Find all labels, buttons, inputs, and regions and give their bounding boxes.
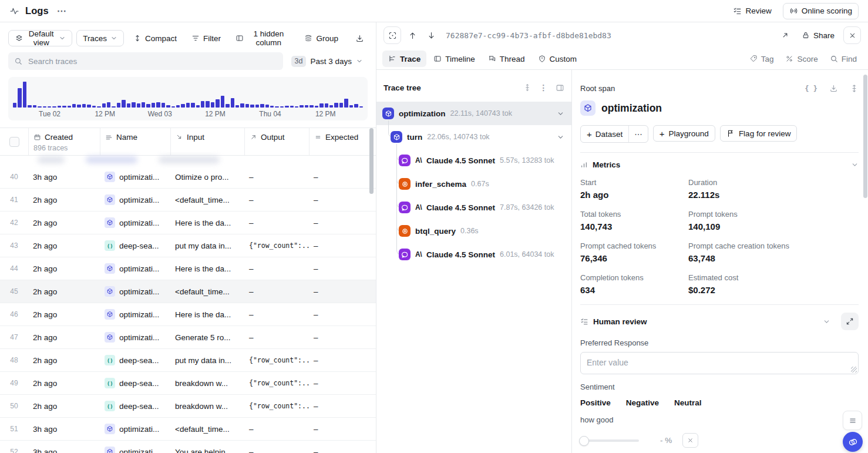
table-row[interactable]: 523h agooptimizati...You are helpin...–– [0,441,376,453]
trace-id[interactable]: 762887e7-cc99-4b73-afbf-d8bde81ebd83 [446,31,611,40]
score-button[interactable]: Score [780,51,823,67]
span-duration-tokens: 0.36s [460,227,479,235]
cell-created: 2h ago [28,287,100,296]
table-row[interactable]: 452h agooptimizati...<default_time...–– [0,280,376,303]
flag-for-review-button[interactable]: Flag for review [720,125,798,142]
human-review-section-header[interactable]: Human review [580,313,859,330]
table-header: Created 896 traces Name Input Out [0,127,376,156]
table-row[interactable]: 442h agooptimizati...Here is the da...–– [0,257,376,280]
review-button[interactable]: Review [728,3,776,19]
trace-view-tabs: Trace Timeline Thread Custom Tag Score [376,48,868,70]
span-name: optimization [399,109,446,118]
tree-span-claude-4-5-sonnet[interactable]: A\Claude 4.5 Sonnet6.01s, 64034 tok [376,243,571,266]
focus-trace-button[interactable] [383,26,401,44]
expand-review-button[interactable] [841,313,859,330]
table-row[interactable]: 502h ago()deep-sea...breakdown w...{"row… [0,395,376,418]
online-scoring-button[interactable]: Online scoring [783,3,859,19]
histogram-bar [240,103,244,108]
metric-item: Duration22.112s [688,178,859,200]
add-to-playground-button[interactable]: + Playground [653,125,715,142]
tree-span-optimization[interactable]: optimization22.11s, 140743 tok [376,102,571,125]
prev-trace-button[interactable] [405,28,420,43]
tab-timeline[interactable]: Timeline [428,51,481,67]
side-menu-button[interactable] [843,411,862,430]
left-scrollbar-thumb[interactable] [369,128,374,194]
sentiment-option-positive[interactable]: Positive [580,398,611,407]
table-row[interactable]: 422h agooptimizati...Here is the da...–– [0,212,376,234]
table-row[interactable]: 432h ago()deep-sea...put my data in...{"… [0,234,376,257]
download-span-icon[interactable] [829,84,838,93]
next-trace-button[interactable] [423,28,439,43]
search-box[interactable] [8,52,283,70]
name-text: optimizati... [119,333,159,342]
assistant-fab-button[interactable] [843,432,863,452]
span-name: Claude 4.5 Sonnet [426,250,495,259]
group-button[interactable]: Group [299,30,344,46]
select-all-checkbox[interactable] [9,137,19,147]
slider-value: - [660,436,663,445]
table-row[interactable]: 482h ago()deep-sea...put my data in...{"… [0,349,376,372]
table-row[interactable]: 462h agooptimizati...Here is the da...–– [0,303,376,326]
table-row[interactable]: 403h agooptimizati...Otimize o pro...–– [0,166,376,189]
cell-expected: – [309,425,376,434]
expand-sections-icon[interactable] [850,84,859,93]
filter-button[interactable]: Filter [186,30,226,46]
traces-mode-selector[interactable]: Traces [76,30,124,46]
table-row[interactable]: 492h ago()deep-sea...breakdown w...{"row… [0,372,376,395]
percent-icon [785,55,793,63]
tag-button[interactable]: Tag [744,51,779,67]
table-row[interactable]: 412h agooptimizati...<default_time...–– [0,189,376,212]
slider-thumb[interactable] [579,436,589,446]
vertical-arrows-icon [133,34,142,42]
tab-thread[interactable]: Thread [482,51,531,67]
compact-toggle[interactable]: Compact [128,30,182,46]
share-button[interactable]: Share [796,27,840,43]
histogram-tick-label: 12 PM [95,110,115,118]
column-header-name[interactable]: Name [100,128,170,155]
date-range-selector[interactable]: 3d Past 3 days [287,53,368,69]
right-scrollbar-thumb[interactable] [863,75,867,198]
page-menu-button[interactable]: ⋯ [55,5,69,16]
open-fullpage-icon[interactable] [778,28,793,43]
table-row[interactable]: 513h agooptimizati...<default_time...–– [0,418,376,441]
view-selector[interactable]: Default view [8,30,72,46]
histogram-bar [231,98,234,108]
json-view-icon[interactable]: { } [805,85,817,93]
column-header-output[interactable]: Output [244,128,309,155]
add-to-dataset-button[interactable]: + Dataset [581,126,628,142]
metric-label: Prompt cache creation tokens [688,241,859,250]
clear-score-button[interactable] [682,433,698,448]
export-button[interactable] [352,30,368,46]
tree-span-claude-4-5-sonnet[interactable]: A\Claude 4.5 Sonnet7.87s, 63426 tok [376,196,571,219]
metrics-section-header[interactable]: Metrics [580,160,859,169]
tree-span-infer-schema[interactable]: infer_schema0.67s [376,172,571,196]
row-number: 47 [0,333,28,341]
cell-created: 2h ago [28,356,100,365]
tree-span-turn[interactable]: turn22.06s, 140743 tok [376,125,571,149]
table-row[interactable]: 472h agooptimizati...Generate 5 ro...–– [0,326,376,349]
tree-options-icon[interactable]: ⋮ [540,83,548,92]
column-header-expected[interactable]: Expected [309,128,376,155]
tree-span-claude-4-5-sonnet[interactable]: A\Claude 4.5 Sonnet5.57s, 13283 tok [376,149,571,172]
sentiment-option-neutral[interactable]: Neutral [674,398,702,407]
close-panel-button[interactable] [843,26,861,44]
chevron-down-icon[interactable] [557,110,564,118]
chevron-down-icon[interactable] [557,133,564,141]
sentiment-option-negative[interactable]: Negative [626,398,659,407]
histogram-bar [211,102,214,108]
preferred-response-input[interactable] [580,352,859,374]
trace-histogram[interactable]: Tue 0212 PMWed 0312 PMThu 0412 PM [8,77,368,120]
column-header-created[interactable]: Created 896 traces [28,128,100,155]
hidden-columns-button[interactable]: 1 hidden column [230,30,295,46]
tab-trace[interactable]: Trace [382,51,426,67]
dataset-more-button[interactable]: ⋯ [628,126,648,142]
tree-span-btql-query[interactable]: btql_query0.36s [376,219,571,243]
tab-custom[interactable]: Custom [532,51,583,67]
chevron-down-icon [59,35,66,42]
expand-spans-icon[interactable] [523,83,531,92]
collapse-sidebar-icon[interactable] [556,83,564,92]
find-button[interactable]: Find [825,51,862,67]
how-good-slider[interactable] [580,439,639,442]
column-header-input[interactable]: Input [170,128,244,155]
search-input[interactable] [27,56,277,66]
